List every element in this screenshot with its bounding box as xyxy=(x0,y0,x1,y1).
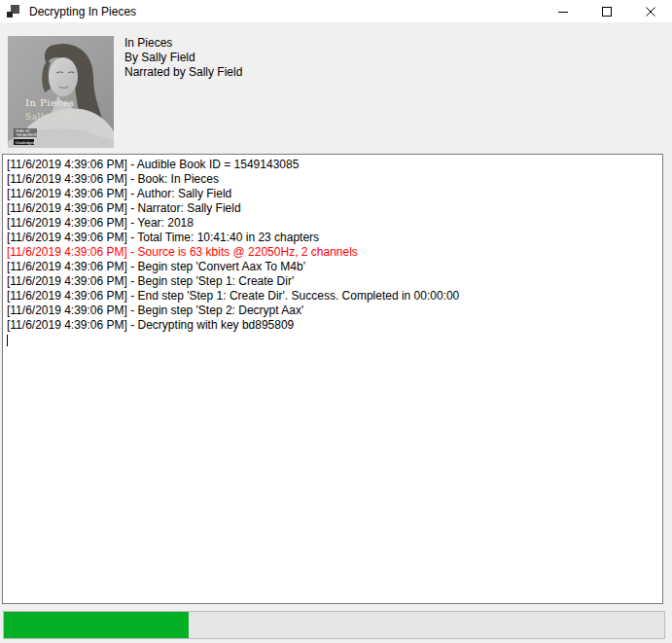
log-line: [11/6/2019 4:39:06 PM] - Narrator: Sally… xyxy=(7,201,658,216)
log-textbox[interactable]: [11/6/2019 4:39:06 PM] - Audible Book ID… xyxy=(2,154,663,604)
app-icon xyxy=(7,5,20,18)
log-line: [11/6/2019 4:39:06 PM] - Audible Book ID… xyxy=(7,158,658,172)
title-bar[interactable]: Decrypting In Pieces xyxy=(0,0,672,22)
book-cover-art: In Pieces Sally Field READ BY THE AUTHOR… xyxy=(8,36,114,148)
book-narrator: Narrated by Sally Field xyxy=(124,65,242,80)
log-line: [11/6/2019 4:39:06 PM] - Total Time: 10:… xyxy=(7,231,658,245)
log-line: [11/6/2019 4:39:06 PM] - Source is 63 kb… xyxy=(7,245,658,260)
log-line: [11/6/2019 4:39:06 PM] - Decrypting with… xyxy=(7,318,658,333)
log-line: [11/6/2019 4:39:06 PM] - Year: 2018 xyxy=(7,216,658,231)
book-title: In Pieces xyxy=(124,36,242,51)
cover-badge-line3: Unabridged xyxy=(16,141,35,145)
progress-bar-fill xyxy=(4,612,189,638)
book-cover-illustration: In Pieces Sally Field READ BY THE AUTHOR… xyxy=(8,36,114,148)
book-byline: By Sally Field xyxy=(124,51,242,65)
maximize-button[interactable] xyxy=(584,0,628,22)
minimize-icon xyxy=(558,7,568,17)
maximize-icon xyxy=(602,7,612,17)
window-controls xyxy=(541,0,672,22)
app-window: { "window": { "title": "Decrypting In Pi… xyxy=(0,0,672,643)
app-icon-square-small xyxy=(7,12,13,18)
close-icon xyxy=(646,7,655,17)
progress-bar xyxy=(3,611,665,639)
book-info: In Pieces By Sally Field Narrated by Sal… xyxy=(124,36,242,80)
text-caret xyxy=(7,335,8,346)
minimize-button[interactable] xyxy=(541,0,584,22)
log-line: [11/6/2019 4:39:06 PM] - Begin step 'Ste… xyxy=(7,274,658,289)
cover-author-text: Sally Field xyxy=(25,112,78,122)
log-line: [11/6/2019 4:39:06 PM] - End step 'Step … xyxy=(7,289,658,304)
window-title: Decrypting In Pieces xyxy=(29,5,136,18)
log-line: [11/6/2019 4:39:06 PM] - Begin step 'Con… xyxy=(7,260,658,274)
log-line: [11/6/2019 4:39:06 PM] - Author: Sally F… xyxy=(7,187,658,201)
log-lines: [11/6/2019 4:39:06 PM] - Audible Book ID… xyxy=(7,158,658,333)
close-button[interactable] xyxy=(628,0,672,22)
cover-badge-line2: THE AUTHOR xyxy=(16,133,37,137)
cover-title-text: In Pieces xyxy=(25,97,75,108)
log-line: [11/6/2019 4:39:06 PM] - Book: In Pieces xyxy=(7,172,658,187)
log-line: [11/6/2019 4:39:06 PM] - Begin step 'Ste… xyxy=(7,304,658,318)
